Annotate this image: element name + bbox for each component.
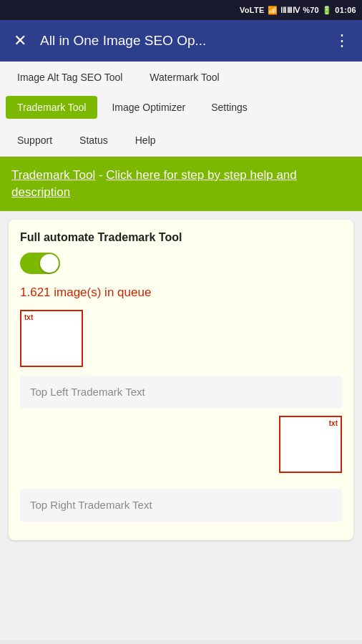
- close-button[interactable]: ✕: [9, 29, 31, 52]
- help-banner-text: Trademark Tool - Click here for step by …: [11, 167, 351, 201]
- tab-support[interactable]: Support: [6, 129, 64, 152]
- nav-row-3: Support Status Help: [0, 125, 362, 156]
- tab-trademark[interactable]: Trademark Tool: [6, 96, 97, 119]
- app-title: All in One Image SEO Op...: [40, 33, 322, 49]
- top-right-box-label: txt: [329, 419, 338, 427]
- tab-settings[interactable]: Settings: [200, 96, 259, 119]
- help-banner: Trademark Tool - Click here for step by …: [0, 157, 362, 211]
- top-right-preview-wrapper: txt: [20, 416, 342, 482]
- queue-count: 1.621 image(s) in queue: [20, 286, 342, 300]
- tab-image-optimizer[interactable]: Image Optimizer: [100, 96, 197, 119]
- battery-text: %70: [303, 6, 319, 14]
- top-right-trademark-input[interactable]: [20, 489, 342, 522]
- tab-watermark[interactable]: Watermark Tool: [138, 66, 230, 89]
- tab-status[interactable]: Status: [68, 129, 119, 152]
- main-content: Full automate Trademark Tool 1.621 image…: [0, 211, 362, 640]
- top-left-preview-box: txt: [20, 310, 83, 367]
- trademark-tool-link[interactable]: Trademark Tool: [11, 168, 95, 182]
- trademark-card: Full automate Trademark Tool 1.621 image…: [9, 220, 353, 540]
- card-title: Full automate Trademark Tool: [20, 231, 342, 244]
- automate-toggle[interactable]: [20, 253, 60, 274]
- app-bar: ✕ All in One Image SEO Op... ⋮: [0, 20, 362, 62]
- toggle-container: [20, 253, 342, 274]
- top-right-preview-box: txt: [279, 416, 342, 473]
- navigation-tabs: Image Alt Tag SEO Tool Watermark Tool Tr…: [0, 62, 362, 157]
- wifi-icon: 📶: [268, 6, 278, 15]
- status-bar: VoLTE 📶 ⅠⅡⅢⅣ %70 🔋 01:06: [0, 0, 362, 20]
- signal-icon: ⅠⅡⅢⅣ: [280, 6, 300, 15]
- network-indicator: VoLTE: [240, 6, 265, 14]
- tab-image-alt-seo[interactable]: Image Alt Tag SEO Tool: [6, 66, 134, 89]
- battery-icon: 🔋: [322, 6, 332, 15]
- time-display: 01:06: [335, 6, 356, 14]
- toggle-knob: [40, 254, 59, 273]
- tab-help[interactable]: Help: [124, 129, 167, 152]
- menu-button[interactable]: ⋮: [331, 29, 353, 52]
- nav-row-2: Trademark Tool Image Optimizer Settings: [0, 93, 362, 125]
- top-left-box-label: txt: [24, 313, 33, 321]
- top-left-trademark-input[interactable]: [20, 376, 342, 409]
- status-icons: VoLTE 📶 ⅠⅡⅢⅣ %70 🔋 01:06: [240, 6, 356, 15]
- help-separator: -: [95, 168, 106, 182]
- nav-row-1: Image Alt Tag SEO Tool Watermark Tool: [0, 62, 362, 93]
